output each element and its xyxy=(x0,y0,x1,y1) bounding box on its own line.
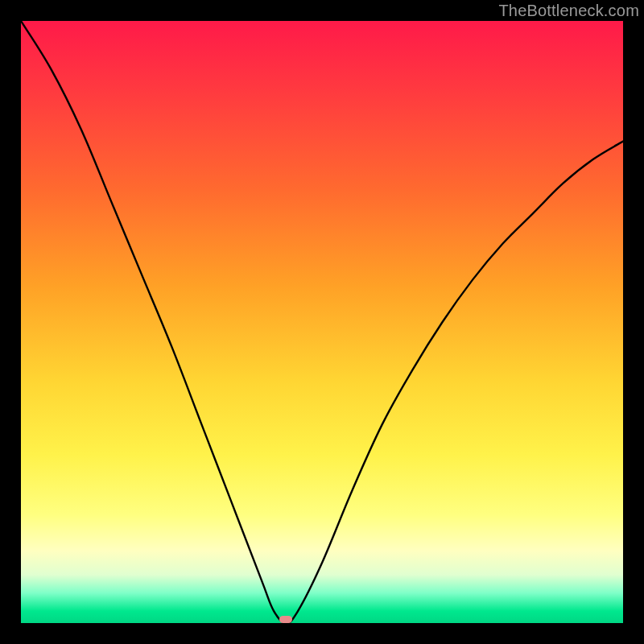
watermark-text: TheBottleneck.com xyxy=(498,2,639,20)
bottleneck-curve xyxy=(21,21,623,623)
plot-area xyxy=(21,21,623,623)
chart-frame: TheBottleneck.com xyxy=(0,0,644,644)
minimum-marker xyxy=(279,616,292,623)
